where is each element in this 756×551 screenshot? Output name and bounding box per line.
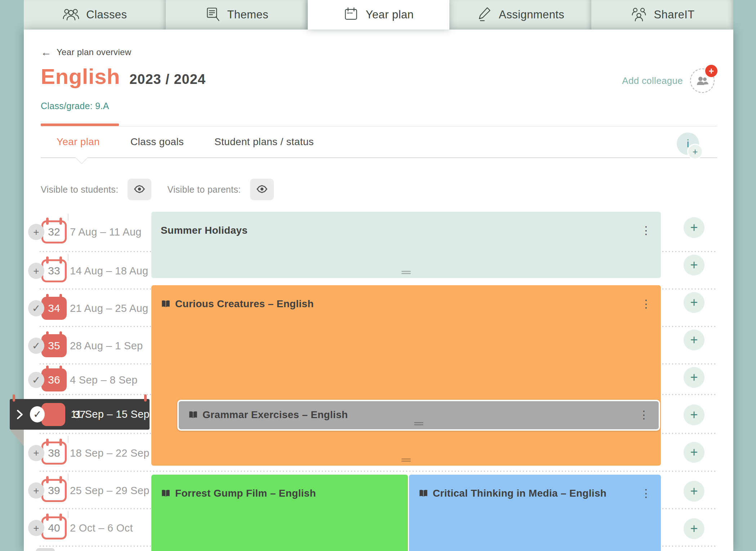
drag-handle[interactable] [401, 457, 411, 463]
calendar-week-icon[interactable]: 39 [41, 479, 67, 502]
event-block-grammar-exercises[interactable]: Grammar Exercises – English ⋮ [177, 400, 660, 431]
week-number: 32 [43, 222, 65, 242]
week-status-badge[interactable]: + [28, 520, 44, 536]
visibility-row: Visible to students: Visible to parents: [41, 179, 290, 200]
event-title: Forrest Gump Film – English [175, 488, 316, 499]
week-status-badge[interactable]: + [28, 224, 44, 240]
event-header: Forrest Gump Film – English [151, 475, 408, 499]
event-header: Summer Holidays ⋮ [151, 212, 661, 236]
eye-icon [134, 184, 145, 195]
nav-tab-themes[interactable]: Themes [166, 0, 308, 30]
week-dates: 21 Aug – 25 Aug [70, 303, 148, 314]
calendar-week-icon[interactable]: 33 [41, 259, 67, 282]
add-to-week-button[interactable]: + [684, 404, 704, 425]
calendar-week-icon[interactable]: 37 [41, 403, 65, 426]
drag-handle[interactable] [414, 421, 423, 426]
kebab-menu-icon[interactable]: ⋮ [641, 226, 652, 235]
week-status-badge[interactable]: ✓ [28, 372, 44, 388]
plus-badge-icon: + [705, 65, 717, 77]
event-title: Summer Holidays [161, 225, 248, 236]
calendar-week-icon[interactable]: 40 [41, 516, 67, 539]
tab-student-plans-status[interactable]: Student plans / status [214, 136, 314, 148]
add-to-week-button[interactable]: + [684, 330, 704, 350]
event-block-forrest-gump-film[interactable]: Forrest Gump Film – English [151, 475, 408, 551]
week-dates: 18 Sep – 22 Sep [70, 447, 150, 459]
book-icon [161, 489, 171, 498]
event-header: Curious Creatures – English ⋮ [151, 285, 661, 310]
classes-icon [62, 6, 80, 23]
week-status-badge[interactable]: ✓ [28, 300, 44, 317]
add-colleague-button[interactable]: Add colleague + [622, 68, 715, 93]
book-icon [161, 299, 171, 309]
class-grade-label[interactable]: Class/grade: 9.A [41, 101, 109, 111]
week-number: 36 [43, 370, 65, 390]
book-icon [188, 410, 198, 420]
school-year: 2023 / 2024 [129, 72, 206, 87]
event-block-critical-thinking[interactable]: Critical Thinking in Media – English ⋮ [409, 475, 661, 551]
subject-title: English [41, 64, 120, 89]
week-number: 33 [43, 261, 65, 281]
info-plus-button[interactable]: + [688, 145, 702, 158]
week-dates: 4 Sep – 8 Sep [70, 374, 138, 386]
add-to-week-button[interactable]: + [684, 442, 704, 463]
drop-indicator [68, 511, 68, 518]
visible-to-students-label: Visible to students: [41, 184, 118, 195]
add-to-week-button[interactable]: + [684, 481, 704, 502]
week-status-badge[interactable]: + [28, 445, 44, 461]
add-to-week-button[interactable]: + [684, 518, 704, 539]
week-status-badge[interactable]: + [28, 483, 44, 499]
back-arrow-icon: ← [41, 47, 52, 58]
kebab-menu-icon[interactable]: ⋮ [641, 489, 652, 498]
week-number: 39 [43, 481, 65, 500]
drag-handle[interactable] [401, 270, 411, 275]
tab-year-plan[interactable]: Year plan [57, 136, 100, 148]
nav-tab-label: Classes [86, 8, 127, 21]
add-to-week-button[interactable]: + [684, 367, 704, 388]
add-to-week-button[interactable]: + [684, 217, 704, 238]
next-week-partial [36, 548, 55, 551]
calendar-week-icon[interactable]: 36 [41, 368, 67, 391]
tab-class-goals[interactable]: Class goals [130, 136, 184, 148]
add-to-week-button[interactable]: + [684, 255, 704, 276]
back-link-label: Year plan overview [57, 47, 131, 57]
nav-tab-label: Year plan [366, 8, 414, 21]
nav-tab-label: Themes [227, 8, 268, 21]
drop-indicator [68, 214, 68, 221]
week-status-badge[interactable]: ✓ [30, 406, 45, 422]
add-to-week-button[interactable]: + [684, 292, 704, 313]
parents-visibility-toggle[interactable] [250, 179, 274, 200]
nav-tab-shareit[interactable]: ShareIT [591, 0, 733, 30]
calendar-week-icon[interactable]: 35 [41, 334, 67, 357]
drop-indicator [68, 474, 68, 481]
active-tab-notch [75, 151, 88, 164]
page-title-row: English 2023 / 2024 [41, 64, 206, 89]
event-title: Grammar Exercises – English [203, 409, 348, 421]
students-visibility-toggle[interactable] [128, 179, 151, 200]
calendar-week-icon[interactable]: 38 [41, 442, 67, 465]
week-status-badge[interactable]: + [28, 263, 44, 279]
kebab-menu-icon[interactable]: ⋮ [641, 300, 652, 308]
event-header: Critical Thinking in Media – English ⋮ [409, 475, 661, 499]
nav-tab-year-plan[interactable]: Year plan [308, 0, 450, 30]
event-title: Curious Creatures – English [175, 298, 314, 310]
nav-tab-classes[interactable]: Classes [24, 0, 166, 30]
event-block-curious-creatures[interactable]: Curious Creatures – English ⋮ [151, 285, 661, 466]
week-dates: 25 Sep – 29 Sep [70, 485, 150, 497]
selected-week-bar[interactable]: ✓3711 Sep – 15 Sep [10, 399, 150, 430]
week-dates: 7 Aug – 11 Aug [70, 226, 142, 238]
drop-indicator [68, 436, 68, 443]
visible-to-parents-label: Visible to parents: [167, 184, 241, 195]
eye-icon [256, 184, 268, 195]
top-navbar: Classes Themes Year plan Assignments Sha… [24, 0, 733, 30]
week-number: 34 [43, 299, 65, 318]
add-colleague-icon: + [690, 68, 715, 93]
calendar-week-icon[interactable]: 34 [41, 297, 67, 320]
calendar-week-icon[interactable]: 32 [41, 220, 67, 243]
nav-tab-assignments[interactable]: Assignments [449, 0, 591, 30]
kebab-menu-icon[interactable]: ⋮ [639, 411, 649, 419]
event-title: Critical Thinking in Media – English [433, 488, 606, 499]
week-status-badge[interactable]: ✓ [28, 338, 44, 354]
back-link[interactable]: ← Year plan overview [41, 47, 131, 58]
week-number: 40 [43, 518, 65, 538]
event-block-summer-holidays[interactable]: Summer Holidays ⋮ [151, 212, 661, 278]
